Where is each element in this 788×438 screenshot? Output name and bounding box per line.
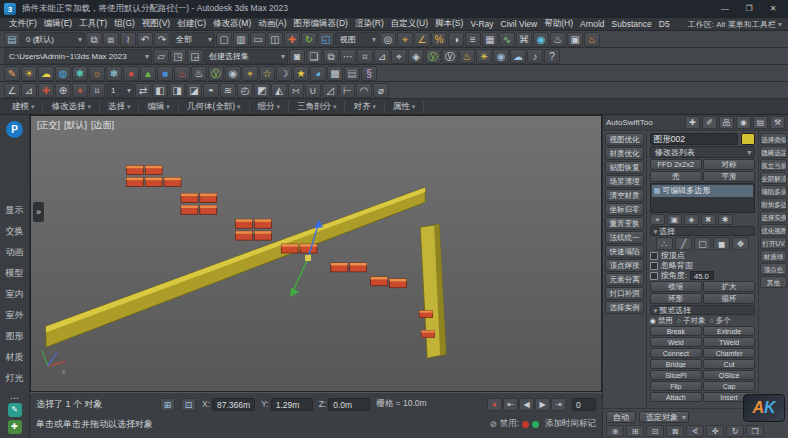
notification-icon[interactable]: ♪ — [527, 49, 543, 64]
poly-op-button-7[interactable]: Bridge — [650, 359, 702, 369]
modifier-preset-button-4[interactable]: 平滑 — [703, 171, 755, 182]
ribbon-panel-geometry-all[interactable]: 几何体(全部) — [183, 101, 250, 113]
lathe-icon[interactable]: ◴ — [237, 83, 253, 98]
menu-modifiers[interactable]: 修改器(M) — [210, 18, 254, 30]
measure-icon[interactable]: ⌗ — [357, 49, 373, 64]
star-render-icon[interactable]: ★ — [293, 66, 309, 81]
script-tool-icon[interactable]: § — [361, 66, 377, 81]
set-key-icon[interactable]: ● — [487, 398, 502, 411]
poly-op-button-9[interactable]: SlicePl — [650, 370, 702, 380]
menu-views[interactable]: 视图(V) — [139, 18, 173, 30]
display-tab-icon[interactable]: ▤ — [753, 116, 768, 129]
ruler-icon[interactable]: ⊢ — [339, 83, 355, 98]
ribbon-panel-edit[interactable]: 编辑 — [143, 101, 178, 113]
disable-icon[interactable]: ⊘ — [490, 419, 497, 429]
project-folder-dropdown[interactable]: C:\Users\Admin~1\3ds Max 2023 — [4, 49, 152, 64]
menu-rendering[interactable]: 渲染(R) — [352, 18, 387, 30]
strip-tool-button-1[interactable]: 选择类似 — [760, 133, 787, 145]
unlink-selection-icon[interactable]: ⧈ — [103, 32, 119, 47]
poly-op-button-3[interactable]: Weld — [650, 337, 702, 347]
by-angle-value-input[interactable]: 45.0 — [690, 271, 714, 280]
strip-tool-button-12[interactable]: 其他 — [760, 276, 787, 288]
mirror-h-icon[interactable]: ◨ — [169, 83, 185, 98]
modifier-stack[interactable]: 可编辑多边形 — [650, 183, 755, 213]
chamfer-tool-icon[interactable]: ◿ — [322, 83, 338, 98]
wall-return-object[interactable] — [420, 224, 446, 358]
display-floater-icon[interactable]: ❏ — [306, 49, 322, 64]
dock-tab-more[interactable]: ⋯ — [10, 393, 19, 403]
dock-tab-display[interactable]: 显示 — [6, 204, 24, 217]
previous-frame-icon[interactable]: ◀ — [519, 398, 534, 411]
quick-tool-button-6[interactable]: 坐标归零 — [605, 203, 644, 216]
element-mode-icon[interactable]: ❖ — [732, 237, 749, 250]
poly-op-button-6[interactable]: Chamfer — [703, 348, 755, 358]
camera-tool-icon[interactable]: ◉ — [493, 49, 509, 64]
ring-button[interactable]: 环形 — [650, 293, 702, 304]
orbit-icon[interactable]: ↻ — [726, 425, 744, 437]
dock-tab-shapes[interactable]: 图形 — [6, 330, 24, 343]
split-view-icon[interactable]: ◧ — [152, 83, 168, 98]
zoom-icon[interactable]: ⊕ — [606, 425, 624, 437]
menu-graph-editors[interactable]: 图形编辑器(D) — [291, 18, 351, 30]
viewport-canvas[interactable]: x — [31, 116, 601, 391]
strip-tool-button-10[interactable]: 材质球 — [760, 250, 787, 262]
light-lister-icon[interactable]: ☀ — [476, 49, 492, 64]
ribbon-panel-modify-selection[interactable]: 修改选择 — [47, 101, 99, 113]
selection-filter-dropdown[interactable]: 全部 — [171, 32, 215, 47]
render-icon[interactable]: ♨ — [584, 32, 600, 47]
select-move-icon[interactable]: ✚ — [284, 32, 300, 47]
strip-tool-button-7[interactable]: 选择实例 — [760, 211, 787, 223]
make-unique-icon[interactable]: ◈ — [684, 214, 699, 225]
window-crossing-icon[interactable]: ◫ — [267, 32, 283, 47]
teapot-white-icon[interactable]: ♨ — [191, 66, 207, 81]
zoom-all-icon[interactable]: ⊞ — [626, 425, 644, 437]
quick-tool-button-3[interactable]: 贴图恢复 — [605, 161, 644, 174]
auto-key-button[interactable]: 自动 — [606, 411, 636, 423]
layer-dropdown[interactable]: 0 (默认) — [21, 32, 85, 47]
maximize-viewport-icon[interactable]: ❒ — [746, 425, 764, 437]
pivot-center-icon[interactable]: ◎ — [380, 32, 396, 47]
preview-disable-radio[interactable]: 禁用 — [650, 316, 673, 325]
go-to-start-icon[interactable]: ⇤ — [503, 398, 518, 411]
undo-icon[interactable]: ↶ — [137, 32, 153, 47]
weather-sun-icon[interactable]: ☀ — [21, 66, 37, 81]
strip-tool-button-3[interactable]: 孤立当前 — [760, 159, 787, 171]
open-scene-icon[interactable]: ◳ — [170, 49, 186, 64]
circle-plus-icon[interactable]: ⊕ — [55, 83, 71, 98]
tape-icon[interactable]: ⌀ — [373, 83, 389, 98]
box-primitive-icon[interactable]: ■ — [157, 66, 173, 81]
clone-icon[interactable]: ◈ — [408, 49, 424, 64]
object-color-swatch[interactable] — [741, 133, 755, 145]
save-scene-icon[interactable]: ◲ — [187, 49, 203, 64]
sun-light-icon[interactable]: ☼ — [89, 66, 105, 81]
add-time-tag-button[interactable]: 添加时间标记 — [545, 418, 596, 430]
target-weld-icon[interactable]: ⌖ — [72, 83, 88, 98]
menu-file[interactable]: 文件(F) — [6, 18, 40, 30]
edge-mode-icon[interactable]: ╱ — [675, 237, 692, 250]
normal-align-icon[interactable]: ⊿ — [374, 49, 390, 64]
schematic-view-icon[interactable]: ⌘ — [516, 32, 532, 47]
menu-group[interactable]: 组(G) — [111, 18, 138, 30]
bridge-tool-icon[interactable]: ∺ — [288, 83, 304, 98]
redo-icon[interactable]: ↷ — [154, 32, 170, 47]
polygon-mode-icon[interactable]: ◼ — [713, 237, 730, 250]
strip-tool-button-2[interactable]: 隐藏选定 — [760, 146, 787, 158]
section-icon[interactable]: ◪ — [186, 83, 202, 98]
quick-tool-button-1[interactable]: 视图优化 — [605, 133, 644, 146]
select-scale-icon[interactable]: ◱ — [318, 32, 334, 47]
offset-mode-icon[interactable]: ⊞ — [160, 398, 175, 411]
workspace-selector[interactable]: 工作区: Alt 菜单和工具栏 — [688, 19, 782, 30]
zoom-extents-all-icon[interactable]: ⊠ — [666, 425, 684, 437]
quick-tool-button-9[interactable]: 快速塌陷 — [605, 245, 644, 258]
modifier-preset-button-3[interactable]: 壳 — [650, 171, 702, 182]
stack-editable-poly[interactable]: 可编辑多边形 — [652, 185, 753, 197]
layer-manager-icon[interactable]: ▦ — [482, 32, 498, 47]
shrink-button[interactable]: 收缩 — [650, 281, 702, 292]
object-name-input[interactable]: 图形002 — [650, 133, 738, 145]
vertex-mode-icon[interactable]: ∴ — [656, 237, 673, 250]
selection-region-icon[interactable]: ▭ — [250, 32, 266, 47]
quick-tool-button-10[interactable]: 顶点焊接 — [605, 259, 644, 272]
bind-spacewarp-icon[interactable]: ≀ — [120, 32, 136, 47]
quick-align-icon[interactable]: ⌖ — [391, 49, 407, 64]
ribbon-panel-triangulation[interactable]: 三角剖分 — [293, 101, 345, 113]
